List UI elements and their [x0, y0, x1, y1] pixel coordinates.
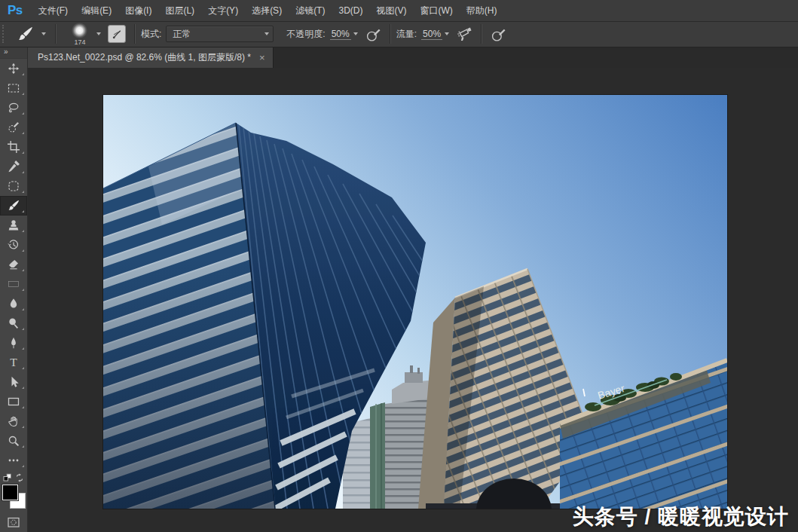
skyscrapers-photo: Bayer	[103, 95, 727, 509]
flow-label: 流量:	[396, 28, 417, 41]
menu-item-0[interactable]: 文件(F)	[32, 1, 75, 21]
menu-item-7[interactable]: 3D(D)	[332, 1, 369, 21]
options-bar-grip[interactable]	[2, 25, 8, 43]
clone-stamp-tool-icon	[8, 219, 20, 231]
hand-tool-icon	[8, 415, 20, 427]
tools-panel-collapse-button[interactable]: »	[0, 47, 27, 59]
watermark-text: 头条号 / 暖暖视觉设计	[573, 503, 789, 531]
chevron-down-icon	[264, 32, 269, 35]
healing-brush-tool-icon	[8, 180, 20, 192]
tablet-pressure-size-icon[interactable]	[491, 26, 506, 42]
quick-mask-icon	[8, 517, 20, 529]
tab-close-icon[interactable]: ×	[259, 53, 265, 63]
color-control-row	[0, 472, 27, 483]
history-brush-tool[interactable]	[0, 235, 27, 255]
menu-item-3[interactable]: 图层(L)	[158, 1, 201, 21]
move-tool-icon	[8, 63, 20, 75]
menu-bar: Ps 文件(F)编辑(E)图像(I)图层(L)文字(Y)选择(S)滤镜(T)3D…	[0, 0, 798, 22]
chevron-down-icon[interactable]	[353, 32, 358, 35]
menu-item-6[interactable]: 滤镜(T)	[289, 1, 332, 21]
tools-list	[0, 59, 27, 470]
color-swatches	[0, 484, 27, 511]
document-tab-title: Ps123.Net_0022.psd @ 82.6% (曲线 1, 图层蒙版/8…	[38, 51, 251, 64]
airbrush-icon[interactable]	[457, 26, 472, 42]
soft-brush-preview	[72, 23, 87, 38]
menu-item-5[interactable]: 选择(S)	[245, 1, 289, 21]
eraser-tool-icon	[8, 258, 20, 271]
tool-options-bar: 174 模式: 正常 不透明度: 50% 流量: 50%	[0, 21, 798, 47]
divider	[390, 24, 391, 44]
pen-tool-icon	[8, 337, 20, 349]
rectangle-tool[interactable]	[0, 392, 27, 411]
swap-colors-icon[interactable]	[15, 473, 24, 482]
path-selection-tool[interactable]	[0, 372, 27, 392]
brush-tool[interactable]	[0, 196, 27, 216]
flow-value-field[interactable]: 50%	[421, 29, 442, 40]
move-tool[interactable]	[0, 59, 27, 78]
menu-item-1[interactable]: 编辑(E)	[75, 1, 118, 21]
menu-item-9[interactable]: 窗口(W)	[413, 1, 459, 21]
lasso-tool[interactable]	[0, 98, 27, 118]
blur-tool[interactable]	[0, 294, 27, 313]
brush-tool-preset-icon	[17, 26, 33, 42]
clone-stamp-tool[interactable]	[0, 216, 27, 235]
type-tool-icon	[8, 356, 20, 368]
document-tab[interactable]: Ps123.Net_0022.psd @ 82.6% (曲线 1, 图层蒙版/8…	[27, 47, 274, 68]
tablet-pressure-opacity-icon[interactable]	[365, 26, 381, 42]
default-colors-icon[interactable]	[3, 473, 12, 482]
healing-brush-tool[interactable]	[0, 176, 27, 196]
crop-tool-icon	[8, 141, 20, 153]
divider	[55, 24, 57, 44]
dodge-tool[interactable]	[0, 313, 27, 333]
quick-selection-tool[interactable]	[0, 118, 27, 137]
quick-mask-button[interactable]	[0, 517, 27, 529]
brush-panel-toggle-button[interactable]	[108, 25, 126, 43]
edit-toolbar-tool-icon	[8, 454, 20, 466]
brush-tool-preset-button[interactable]	[11, 23, 50, 45]
menu-item-4[interactable]: 文字(Y)	[201, 1, 245, 21]
divider	[481, 24, 482, 44]
menu-item-10[interactable]: 帮助(H)	[460, 1, 504, 21]
photoshop-logo: Ps	[8, 3, 23, 18]
photoshop-window: Ps 文件(F)编辑(E)图像(I)图层(L)文字(Y)选择(S)滤镜(T)3D…	[0, 0, 798, 532]
brush-preset-picker[interactable]: 174	[62, 23, 105, 45]
zoom-tool-icon	[8, 435, 20, 447]
document-canvas-photo[interactable]: Bayer	[103, 95, 727, 509]
gradient-tool-icon	[8, 278, 20, 290]
mode-label: 模式:	[141, 28, 161, 41]
brush-tool-icon	[8, 200, 20, 212]
quick-selection-tool-icon	[8, 121, 20, 133]
history-brush-tool-icon	[8, 239, 20, 251]
pen-tool[interactable]	[0, 333, 27, 353]
gradient-tool[interactable]	[0, 274, 27, 294]
chevron-down-icon	[41, 32, 46, 35]
blend-mode-value: 正常	[173, 28, 191, 41]
rectangular-marquee-tool-icon	[8, 82, 20, 94]
lasso-tool-icon	[8, 102, 20, 114]
foreground-color-swatch[interactable]	[2, 485, 18, 500]
menu-item-2[interactable]: 图像(I)	[118, 1, 158, 21]
brush-panel-toggle-icon	[112, 29, 123, 40]
crop-tool[interactable]	[0, 137, 27, 157]
brush-size-value: 174	[69, 38, 91, 46]
chevron-down-icon[interactable]	[445, 32, 449, 35]
hand-tool[interactable]	[0, 411, 27, 431]
eraser-tool[interactable]	[0, 255, 27, 274]
opacity-value-field[interactable]: 50%	[330, 29, 351, 40]
type-tool[interactable]	[0, 353, 27, 372]
eyedropper-tool[interactable]	[0, 157, 27, 176]
rectangular-marquee-tool[interactable]	[0, 78, 27, 98]
divider	[134, 24, 136, 44]
edit-toolbar-tool[interactable]	[0, 451, 27, 470]
menu-item-8[interactable]: 视图(V)	[369, 1, 413, 21]
brush-preset-picker-icon: 174	[69, 22, 91, 46]
blend-mode-dropdown[interactable]: 正常	[166, 26, 274, 42]
tools-panel: »	[0, 47, 28, 532]
canvas-area: Bayer	[27, 68, 798, 532]
eyedropper-tool-icon	[8, 161, 20, 173]
path-selection-tool-icon	[8, 376, 20, 388]
blur-tool-icon	[8, 298, 20, 310]
zoom-tool[interactable]	[0, 431, 27, 451]
chevron-down-icon	[96, 32, 101, 35]
document-tab-bar: Ps123.Net_0022.psd @ 82.6% (曲线 1, 图层蒙版/8…	[27, 47, 798, 68]
